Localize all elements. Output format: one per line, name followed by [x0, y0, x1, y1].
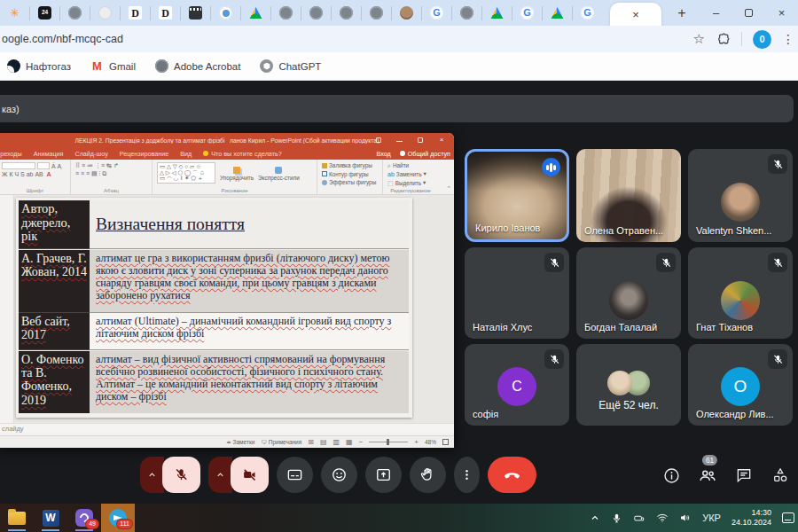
participant-tile[interactable]: Наталія Хлус: [465, 247, 569, 339]
window-maximize-button[interactable]: [732, 0, 765, 26]
align-buttons[interactable]: ≡ ≡ ≡ ▤ ⫶ ⧉: [75, 170, 147, 176]
shape-effects-button[interactable]: Эффекты фигуры: [322, 179, 376, 185]
participant-tile[interactable]: Кирило Іванов: [465, 149, 569, 242]
tray-device-icon[interactable]: [633, 512, 645, 524]
mic-muted-button[interactable]: [162, 457, 200, 493]
more-options-button[interactable]: [454, 457, 480, 493]
zoom-slider[interactable]: [369, 442, 408, 442]
pinned-tab[interactable]: 24: [29, 6, 59, 20]
shape-fill-button[interactable]: Заливка фигуры: [322, 162, 376, 168]
ppt-maximize-button[interactable]: [418, 137, 423, 143]
comments-toggle[interactable]: 🗨 Примечания: [261, 439, 301, 445]
fit-slide-icon[interactable]: [442, 439, 449, 445]
pinned-tab[interactable]: [391, 6, 421, 20]
captions-button[interactable]: [277, 457, 313, 493]
window-minimize-button[interactable]: –: [700, 0, 732, 26]
word-button[interactable]: W: [34, 504, 67, 532]
pinned-tab[interactable]: D: [150, 6, 180, 20]
collapse-ribbon-icon[interactable]: ⌃: [446, 185, 451, 192]
bookmark-chatgpt[interactable]: ChatGPT: [260, 59, 321, 73]
pinned-tab[interactable]: G: [512, 6, 542, 20]
mic-options-chevron[interactable]: [140, 457, 164, 493]
pinned-tab[interactable]: [451, 6, 481, 20]
slide-sorter-icon[interactable]: ▤: [320, 439, 327, 446]
pinned-tab[interactable]: [270, 6, 301, 20]
participant-tile[interactable]: O Олександр Лив...: [688, 344, 793, 426]
viber-button[interactable]: 49: [67, 504, 101, 532]
tab-close-icon[interactable]: ×: [632, 9, 639, 20]
pinned-tab[interactable]: D: [120, 6, 150, 20]
arrange-label[interactable]: Упорядочить: [220, 175, 254, 181]
normal-view-icon[interactable]: ⊞: [308, 439, 314, 446]
pinned-tab[interactable]: ✳: [0, 6, 29, 20]
tray-clock[interactable]: 14:30 24.10.2024: [732, 508, 771, 528]
slideshow-icon[interactable]: ▦: [346, 439, 353, 446]
font-size-box[interactable]: [37, 162, 50, 169]
pinned-tab[interactable]: [180, 6, 210, 20]
quick-styles-label[interactable]: Экспресс-стили: [258, 175, 300, 181]
participant-tile[interactable]: Гнат Тіханов: [688, 247, 793, 339]
ppt-close-button[interactable]: ×: [431, 137, 452, 144]
tray-mic-icon[interactable]: [611, 512, 622, 524]
url-text[interactable]: oogle.com/nbf-mcqc-cad: [2, 33, 123, 45]
extensions-icon[interactable]: [716, 32, 731, 47]
share-button[interactable]: Общий доступ: [400, 150, 450, 158]
thumbnail-pane-edge[interactable]: [0, 195, 14, 423]
font-name-box[interactable]: [2, 162, 35, 169]
present-screen-button[interactable]: [365, 457, 402, 493]
telegram-button[interactable]: 111: [101, 504, 135, 532]
pinned-tab[interactable]: [210, 6, 240, 20]
tab-slideshow[interactable]: Слайд-шоу: [74, 150, 107, 158]
tray-language[interactable]: УКР: [702, 512, 721, 523]
pinned-tab[interactable]: [301, 6, 331, 20]
raise-hand-button[interactable]: [410, 457, 446, 493]
reading-view-icon[interactable]: ▥: [333, 439, 340, 446]
bookmark-star-icon[interactable]: ☆: [693, 31, 705, 47]
notes-toggle[interactable]: ≐ Заметки: [226, 439, 254, 446]
font-style-buttons[interactable]: Ж К Ч S ab АВ А: [2, 171, 66, 177]
window-close-button[interactable]: ×: [765, 0, 798, 26]
bookmark-adobe-acrobat[interactable]: Adobe Acrobat: [155, 59, 240, 73]
replace-button[interactable]: abЗаменить ▾: [387, 170, 426, 177]
zoom-level[interactable]: 48%: [425, 439, 436, 445]
zoom-in-icon[interactable]: +: [414, 439, 419, 446]
pinned-tab[interactable]: G: [421, 6, 451, 20]
pinned-tab[interactable]: [481, 6, 512, 20]
browser-menu-icon[interactable]: ⋮: [782, 32, 794, 46]
tell-me-box[interactable]: Что вы хотите сделать?: [203, 150, 281, 158]
find-button[interactable]: ⌕Найти: [387, 162, 426, 168]
participants-button[interactable]: 61: [697, 465, 718, 486]
participant-tile[interactable]: C софія: [465, 344, 569, 426]
file-explorer-button[interactable]: [0, 504, 34, 532]
pinned-tab[interactable]: [361, 6, 391, 20]
bookmark-gmail[interactable]: M Gmail: [90, 59, 136, 73]
pinned-tab[interactable]: G: [572, 6, 602, 20]
new-tab-button[interactable]: +: [672, 4, 692, 22]
shapes-gallery[interactable]: ▭ △ ▽ ◇ ○ ▱ ☆ △ ▷ ◁ ⬡ ◯ ⌒ ✩ ▭ ◠ ◡ ⌇ ✶ ⬠ …: [157, 162, 215, 184]
pinned-tab[interactable]: [90, 6, 120, 20]
activities-button[interactable]: [770, 465, 791, 486]
active-tab[interactable]: ×: [610, 3, 661, 26]
action-center-icon[interactable]: [782, 512, 794, 523]
tab-view[interactable]: Вид: [180, 150, 192, 158]
notes-pane[interactable]: слайду: [0, 423, 454, 433]
sign-in-button[interactable]: Вход: [376, 150, 390, 158]
ppt-minimize-button[interactable]: [396, 138, 403, 142]
camera-options-chevron[interactable]: [208, 457, 232, 493]
participant-tile[interactable]: Олена Отравен...: [576, 149, 681, 242]
zoom-out-icon[interactable]: −: [359, 439, 364, 446]
pinned-tab[interactable]: [240, 6, 270, 20]
overflow-tile[interactable]: Ещё 52 чел.: [576, 344, 681, 426]
list-buttons[interactable]: ⠿ ≡ ≔ ⋮≡ ↹ ↱: [75, 162, 147, 168]
pinned-tab[interactable]: [59, 6, 90, 20]
tab-transitions[interactable]: Переходы: [0, 150, 22, 158]
profile-avatar[interactable]: 0: [753, 30, 771, 49]
participant-tile[interactable]: Богдан Талалай: [576, 247, 681, 339]
participant-tile[interactable]: Valentyn Shken...: [688, 149, 793, 242]
tray-chevron-icon[interactable]: [590, 512, 600, 523]
select-button[interactable]: ⬚Выделить ▾: [387, 179, 426, 186]
tab-review[interactable]: Рецензирование: [120, 150, 169, 158]
presenting-banner[interactable]: каз): [0, 95, 794, 122]
meeting-details-button[interactable]: [661, 465, 682, 486]
tray-volume-icon[interactable]: [679, 512, 692, 524]
